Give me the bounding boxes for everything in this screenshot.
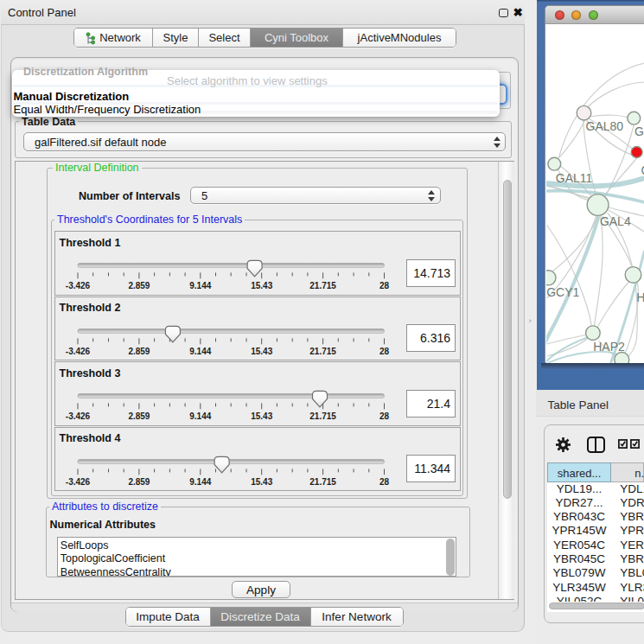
svg-text:28: 28 [379,411,390,421]
svg-text:HAP2: HAP2 [593,340,625,354]
svg-text:GCY1: GCY1 [546,285,579,299]
svg-text:2.859: 2.859 [128,347,150,356]
svg-text:21.715: 21.715 [309,347,336,356]
svg-text:9.144: 9.144 [189,411,211,421]
svg-text:GA: GA [634,124,644,138]
svg-text:15.43: 15.43 [251,411,272,421]
svg-text:28: 28 [379,281,390,290]
svg-text:-3.426: -3.426 [66,411,91,421]
svg-text:21.715: 21.715 [309,477,336,487]
svg-text:2.859: 2.859 [128,477,150,487]
svg-text:21.715: 21.715 [309,411,336,421]
svg-text:28: 28 [379,347,390,356]
svg-text:15.43: 15.43 [251,347,272,356]
svg-text:9.144: 9.144 [189,281,211,290]
svg-text:15.43: 15.43 [251,477,272,487]
svg-text:15.43: 15.43 [251,281,272,290]
svg-text:9.144: 9.144 [189,477,211,487]
svg-text:C: C [641,163,644,177]
svg-text:-3.426: -3.426 [66,281,91,290]
svg-text:GAL4: GAL4 [599,214,630,228]
svg-text:-3.426: -3.426 [66,477,91,487]
svg-text:9.144: 9.144 [189,347,211,356]
svg-text:GAL11: GAL11 [555,171,592,185]
svg-text:28: 28 [379,477,390,487]
svg-text:GAL80: GAL80 [585,119,623,133]
svg-text:21.715: 21.715 [309,281,336,290]
svg-text:H: H [636,290,644,304]
svg-text:2.859: 2.859 [128,411,150,421]
svg-text:2.859: 2.859 [128,281,150,290]
svg-text:-3.426: -3.426 [66,347,91,356]
